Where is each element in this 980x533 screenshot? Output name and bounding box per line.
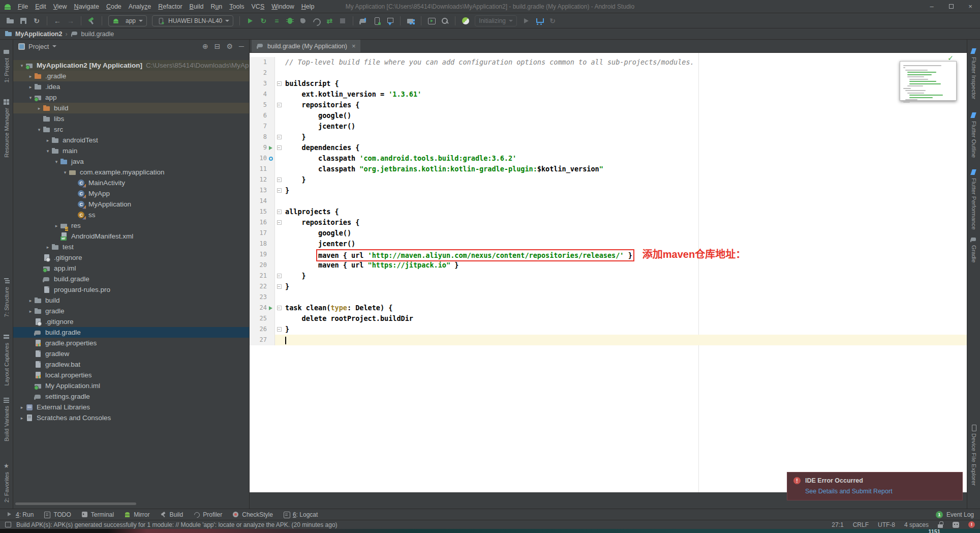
search-everywhere-button[interactable] — [439, 15, 451, 27]
fold-open-icon[interactable]: − — [277, 220, 282, 225]
toolwindow-flutter-performance[interactable]: Flutter Performance — [967, 169, 980, 230]
tree-item-mainactivity[interactable]: MainActivity — [13, 177, 249, 188]
tree-item-external-libraries[interactable]: ▸External Libraries — [13, 402, 249, 412]
gutter-run-icon[interactable] — [267, 306, 274, 310]
tree-item-ss[interactable]: ss — [13, 210, 249, 220]
code-line-15[interactable]: 15−allprojects { — [250, 206, 967, 217]
gutter-run-icon[interactable] — [267, 146, 274, 150]
tree-item-scratches-and-consoles[interactable]: ▸Scratches and Consoles — [13, 412, 249, 423]
tree-item-settings-gradle[interactable]: settings.gradle — [13, 391, 249, 402]
tree-item-build-gradle[interactable]: build.gradle — [13, 327, 249, 338]
code-line-7[interactable]: 7 jcenter() — [250, 121, 967, 132]
code-line-18[interactable]: 18 jcenter() — [250, 239, 967, 249]
code-line-16[interactable]: 16− repositories { — [250, 217, 967, 228]
menu-run[interactable]: Run — [207, 1, 226, 12]
toolwindow-button-profiler[interactable]: Profiler — [193, 511, 222, 518]
fold-open-icon[interactable]: − — [277, 306, 282, 310]
tree-collapsed-arrow-icon[interactable]: ▸ — [44, 138, 51, 143]
toolwindow-button-6-logcat[interactable]: 6: Logcat — [283, 511, 318, 518]
code-line-21[interactable]: 21− } — [250, 271, 967, 281]
code-line-8[interactable]: 8− } — [250, 132, 967, 142]
code-line-20[interactable]: 20 maven { url "https://jitpack.io" } — [250, 260, 967, 271]
tab-build-gradle[interactable]: build.gradle (My Application) × — [252, 40, 360, 52]
tree-item-main[interactable]: ▾main — [13, 145, 249, 156]
menu-analyze[interactable]: Analyze — [125, 1, 155, 12]
commit-button[interactable] — [520, 15, 532, 27]
tree-item-test[interactable]: ▸test — [13, 242, 249, 252]
back-button[interactable]: ← — [51, 15, 64, 27]
code-line-17[interactable]: 17 google() — [250, 228, 967, 239]
tree-item-src[interactable]: ▾src — [13, 124, 249, 135]
forward-button[interactable]: → — [65, 15, 77, 27]
code-line-24[interactable]: 24−task clean(type: Delete) { — [250, 303, 967, 313]
tree-item-build-gradle[interactable]: build.gradle — [13, 274, 249, 284]
menu-code[interactable]: Code — [103, 1, 125, 12]
maximize-button[interactable] — [941, 0, 961, 13]
fold-end-icon[interactable]: − — [277, 274, 282, 278]
toolwindow-button-mirror[interactable]: Mirror — [124, 511, 149, 518]
tree-item-androidtest[interactable]: ▸androidTest — [13, 135, 249, 145]
tree-item-gitignore[interactable]: .gitignore — [13, 316, 249, 327]
ide-error-notification[interactable]: ! IDE Error Occurred See Details and Sub… — [787, 472, 963, 500]
run-config-select[interactable]: app — [108, 15, 147, 26]
menu-build[interactable]: Build — [186, 1, 207, 12]
toolwindow-layout-captures[interactable]: Layout Captures — [0, 334, 13, 386]
caret-position[interactable]: 27:1 — [832, 521, 843, 528]
close-button[interactable]: × — [961, 0, 980, 13]
code-line-5[interactable]: 5− repositories { — [250, 100, 967, 110]
device-manager-button[interactable] — [371, 15, 383, 27]
apply-changes-button[interactable]: ↻ — [257, 15, 269, 27]
tree-collapsed-arrow-icon[interactable]: ▸ — [53, 223, 60, 228]
minimize-button[interactable]: – — [922, 0, 941, 13]
code-editor[interactable]: 1// Top-level build file where you can a… — [250, 53, 967, 492]
fold-open-icon[interactable]: − — [277, 210, 282, 214]
toolwindow-7-structure[interactable]: 7: Structure — [0, 278, 13, 317]
readonly-lock-icon[interactable] — [938, 521, 943, 528]
gutter-circle-icon[interactable] — [267, 157, 274, 161]
tree-collapsed-arrow-icon[interactable]: ▸ — [18, 416, 25, 421]
tree-item-app[interactable]: ▾app — [13, 92, 249, 103]
avd-button[interactable] — [460, 15, 472, 27]
code-line-26[interactable]: 26−} — [250, 324, 967, 335]
indent-indicator[interactable]: 4 spaces — [904, 521, 929, 528]
tree-item-java[interactable]: ▾java — [13, 156, 249, 167]
code-line-14[interactable]: 14 — [250, 196, 967, 206]
tree-item-gitignore[interactable]: .gitignore — [13, 252, 249, 263]
tree-item-myapp[interactable]: MyApp — [13, 188, 249, 199]
gradle-daemon-icon[interactable] — [953, 522, 959, 528]
cart-button[interactable] — [533, 15, 545, 27]
menu-help[interactable]: Help — [298, 1, 318, 12]
code-line-3[interactable]: 3−buildscript { — [250, 78, 967, 89]
code-line-6[interactable]: 6 google() — [250, 110, 967, 121]
tree-collapsed-arrow-icon[interactable]: ▸ — [27, 309, 34, 314]
tree-item-app-iml[interactable]: app.iml — [13, 263, 249, 274]
fold-open-icon[interactable]: − — [277, 145, 282, 150]
run-coverage-button[interactable]: ≡ — [270, 15, 283, 27]
locate-icon[interactable]: ⊕ — [202, 42, 208, 50]
toolwindow-button-4-run[interactable]: 4: Run — [6, 511, 34, 518]
code-line-11[interactable]: 11 classpath "org.jetbrains.kotlin:kotli… — [250, 164, 967, 174]
menu-tools[interactable]: Tools — [226, 1, 248, 12]
notification-link[interactable]: See Details and Submit Report — [805, 488, 956, 495]
tree-collapsed-arrow-icon[interactable]: ▸ — [27, 84, 34, 90]
toolwindow-button-terminal[interactable]: Terminal — [81, 511, 114, 518]
fold-end-icon[interactable]: − — [277, 177, 282, 182]
fold-open-icon[interactable]: − — [277, 81, 282, 86]
tree-item-myapplication2[interactable]: ▾MyApplication2 [My Application]C:\Users… — [13, 60, 249, 71]
tree-item-gradle[interactable]: ▸.gradle — [13, 71, 249, 81]
fold-end-icon[interactable]: − — [277, 327, 282, 332]
code-line-19[interactable]: 19 maven { url 'http://maven.aliyun.com/… — [250, 249, 967, 260]
code-line-22[interactable]: 22−} — [250, 281, 967, 292]
code-line-10[interactable]: 10 classpath 'com.android.tools.build:gr… — [250, 153, 967, 164]
tree-expanded-arrow-icon[interactable]: ▾ — [36, 127, 43, 132]
tree-item-com-example-myapplication[interactable]: ▾com.example.myapplication — [13, 167, 249, 177]
breadcrumb-project[interactable]: MyApplication2 — [15, 31, 62, 38]
tree-item-my-application-iml[interactable]: My Application.iml — [13, 380, 249, 391]
toolwindow-switcher-icon[interactable] — [5, 522, 11, 527]
tree-item-build[interactable]: ▸build — [13, 295, 249, 306]
tree-collapsed-arrow-icon[interactable]: ▸ — [27, 74, 34, 79]
tree-expanded-arrow-icon[interactable]: ▾ — [62, 170, 69, 175]
device-select[interactable]: HUAWEI BLN-AL40 — [152, 15, 233, 26]
encoding-indicator[interactable]: UTF-8 — [878, 521, 895, 528]
code-line-25[interactable]: 25 delete rootProject.buildDir — [250, 313, 967, 324]
